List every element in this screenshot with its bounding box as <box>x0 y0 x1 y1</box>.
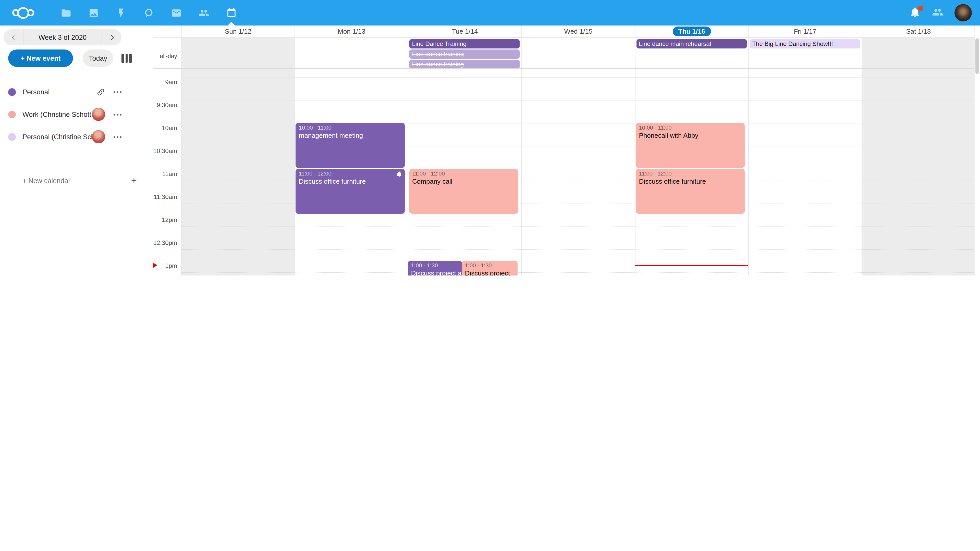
day-headers-row: Sun 1/12Mon 1/13Tue 1/14Wed 1/15Thu 1/16… <box>153 25 975 38</box>
share-link-icon[interactable] <box>97 87 105 96</box>
allday-event[interactable]: The Big Line Dancing Show!!! <box>749 39 860 48</box>
day-header[interactable]: Tue 1/14 <box>408 25 522 37</box>
nextcloud-calendar-app: Week 3 of 2020 + New event Today Persona… <box>0 0 980 275</box>
talk-icon[interactable] <box>135 0 162 25</box>
contacts-menu-icon[interactable] <box>932 6 944 19</box>
week-switcher: Week 3 of 2020 <box>3 29 121 45</box>
time-label: 9am <box>153 79 177 86</box>
owner-avatar <box>92 108 105 121</box>
plus-icon[interactable]: + <box>131 175 137 186</box>
calendar-item-personal-christine[interactable]: Personal (Christine Scho... ••• <box>0 125 153 148</box>
event[interactable]: 1:00 - 1:30Discuss project announcement <box>408 261 462 275</box>
calendar-name: Personal (Christine Scho... <box>22 133 92 141</box>
time-grid: 10:00 - 11:00management meeting11:00 - 1… <box>153 69 980 275</box>
allday-lane[interactable] <box>294 38 408 68</box>
calendar-menu-icon[interactable]: ••• <box>113 133 123 141</box>
calendar-menu-icon[interactable]: ••• <box>113 88 123 96</box>
allday-event[interactable]: Line Dance Training <box>410 39 520 48</box>
calendar-name: Personal <box>22 88 97 96</box>
current-time-arrow <box>153 263 157 268</box>
week-view-toggle-icon[interactable] <box>121 54 131 62</box>
event[interactable]: 11:00 - 12:00Company call <box>409 169 518 214</box>
user-avatar[interactable] <box>955 4 972 21</box>
event-time: 1:00 - 1:30 <box>465 262 514 269</box>
day-header[interactable]: Sun 1/12 <box>181 25 294 37</box>
allday-lane[interactable]: Line Dance TrainingLine dance trainingLi… <box>408 38 522 68</box>
nextcloud-logo[interactable] <box>7 0 39 25</box>
top-navbar <box>0 0 980 25</box>
active-app-caret <box>228 22 235 25</box>
previous-week-button[interactable] <box>3 29 23 45</box>
today-button[interactable]: Today <box>83 49 113 67</box>
event-title: Discuss project announcement <box>465 269 514 275</box>
contacts-icon[interactable] <box>190 0 218 25</box>
event-title: Discuss office furniture <box>639 178 742 186</box>
day-header[interactable]: Thu 1/16 <box>635 25 748 37</box>
event[interactable]: 11:00 - 12:00Discuss office furniture <box>636 169 745 214</box>
navbar-app-icons <box>0 0 245 25</box>
allday-event[interactable]: Line dance main rehearsal <box>636 39 746 48</box>
new-calendar-button[interactable]: + New calendar + <box>0 169 148 192</box>
allday-lane[interactable] <box>862 38 975 68</box>
event-title: management meeting <box>299 132 402 140</box>
time-label: 11:30am <box>153 193 177 200</box>
new-event-button[interactable]: + New event <box>8 49 73 67</box>
sidebar-actions: + New event Today <box>8 49 148 67</box>
event-time: 1:00 - 1:30 <box>411 262 459 269</box>
time-gutter: 9am9:30am10am10:30am11am11:30am12pm12:30… <box>153 69 181 275</box>
all-day-row: all-day Line Dance TrainingLine dance tr… <box>153 38 975 69</box>
owner-avatar <box>92 130 105 143</box>
event[interactable]: 10:00 - 11:00Phonecall with Abby <box>636 123 745 168</box>
activity-icon[interactable] <box>107 0 135 25</box>
allday-event[interactable]: Line dance training <box>410 60 520 68</box>
allday-lane[interactable] <box>181 38 294 68</box>
calendar-menu-icon[interactable]: ••• <box>113 110 123 118</box>
event[interactable]: 1:00 - 1:30Discuss project announcement <box>462 261 517 275</box>
allday-lane[interactable] <box>522 38 635 68</box>
allday-lane[interactable]: The Big Line Dancing Show!!! <box>748 38 861 68</box>
day-header[interactable]: Mon 1/13 <box>294 25 408 37</box>
event[interactable]: 10:00 - 11:00management meeting <box>296 123 405 168</box>
navbar-right <box>910 0 980 25</box>
allday-lane[interactable]: Line dance main rehearsal <box>635 38 748 68</box>
vertical-scrollbar <box>974 25 980 275</box>
event-time: 11:00 - 12:00 <box>412 170 515 178</box>
calendar-name: Work (Christine Schott) <box>22 110 92 118</box>
files-icon[interactable] <box>52 0 80 25</box>
time-label: 12:30pm <box>153 239 177 246</box>
event-time: 10:00 - 11:00 <box>299 124 402 132</box>
calendar-sidebar: Week 3 of 2020 + New event Today Persona… <box>0 25 153 275</box>
photos-icon[interactable] <box>80 0 107 25</box>
event-title: Company call <box>412 178 515 186</box>
next-week-button[interactable] <box>102 29 121 45</box>
today-pill: Thu 1/16 <box>673 26 711 36</box>
allday-event[interactable]: Line dance training <box>410 49 520 59</box>
reminder-bell-icon <box>396 171 402 177</box>
calendar-list: Personal ••• Work (Christine Schott) ••• <box>0 81 153 148</box>
time-label: 9:30am <box>153 102 177 109</box>
new-calendar-label: + New calendar <box>22 177 70 184</box>
time-label: 12pm <box>153 216 177 224</box>
scrollbar-thumb[interactable] <box>975 38 979 74</box>
event-title: Discuss project announcement <box>411 269 459 275</box>
event-time: 11:00 - 12:00 <box>299 170 402 178</box>
day-header[interactable]: Fri 1/17 <box>748 25 861 37</box>
week-label[interactable]: Week 3 of 2020 <box>23 29 102 45</box>
notifications-bell-icon[interactable] <box>910 6 922 19</box>
calendar-color-dot <box>8 133 16 141</box>
time-label: 10:30am <box>153 148 177 155</box>
day-header[interactable]: Wed 1/15 <box>522 25 635 37</box>
time-label: 11am <box>153 170 177 178</box>
calendar-icon[interactable] <box>218 0 245 25</box>
event[interactable]: 11:00 - 12:00Discuss office furniture <box>296 169 405 214</box>
mail-icon[interactable] <box>162 0 190 25</box>
notification-dot <box>918 6 923 11</box>
events-layer: 10:00 - 11:00management meeting11:00 - 1… <box>181 69 975 275</box>
all-day-label: all-day <box>153 53 177 59</box>
event-title: Discuss office furniture <box>299 178 402 186</box>
calendar-item-work-christine[interactable]: Work (Christine Schott) ••• <box>0 103 153 125</box>
time-label: 10am <box>153 124 177 132</box>
event-title: Phonecall with Abby <box>639 132 742 140</box>
calendar-item-personal[interactable]: Personal ••• <box>0 81 153 103</box>
day-header[interactable]: Sat 1/18 <box>862 25 975 37</box>
